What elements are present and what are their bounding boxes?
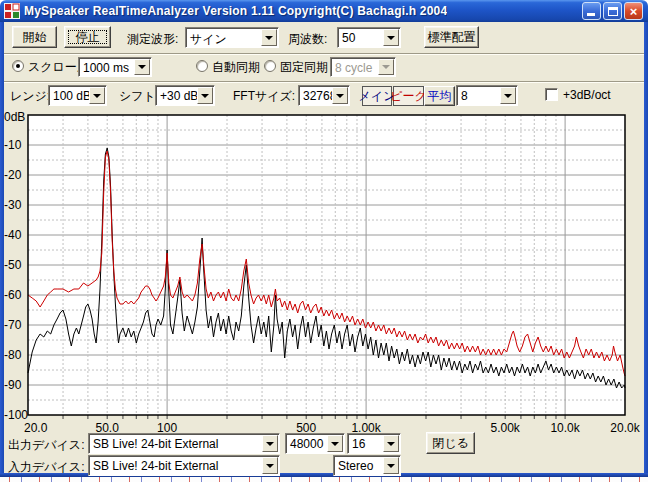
dropdown-button[interactable] <box>383 457 399 474</box>
bit-depth-value: 16 <box>352 437 365 451</box>
chevron-down-icon <box>387 464 395 468</box>
x-axis-label: 5.00k <box>491 421 521 433</box>
client-area: 開始 停止 測定波形: サイン 周波数: 50 標準配置 スクロール <box>4 22 644 473</box>
x-axis-label: 20.0k <box>610 421 640 433</box>
x-axis-label: 50.0 <box>96 421 120 433</box>
frequency-label: 周波数: <box>288 31 327 48</box>
y-axis-label: -100 <box>4 408 28 422</box>
titlebar: MySpeaker RealTimeAnalyzer Version 1.11 … <box>0 0 648 22</box>
dropdown-button[interactable] <box>262 435 278 452</box>
input-device-select[interactable]: SB Live! 24-bit External <box>88 455 280 476</box>
output-device-select[interactable]: SB Live! 24-bit External <box>88 433 280 454</box>
dropdown-button[interactable] <box>500 87 516 104</box>
dropdown-button <box>378 59 394 75</box>
range-label: レンジ: <box>10 88 50 105</box>
output-device-value: SB Live! 24-bit External <box>93 437 218 451</box>
desktop-strip <box>0 477 648 482</box>
channel-value: Stereo <box>338 459 373 473</box>
auto-sync-label: 自動同期 <box>212 59 260 76</box>
dropdown-button[interactable] <box>261 29 277 46</box>
fft-size-label: FFTサイズ: <box>233 88 295 105</box>
maximize-icon <box>608 7 618 16</box>
main-toggle[interactable]: メイン <box>362 86 392 106</box>
bit-depth-select[interactable]: 16 <box>347 433 401 454</box>
maximize-button[interactable] <box>603 2 622 20</box>
scroll-interval-value: 1000 ms <box>83 61 129 75</box>
range-select[interactable]: 100 dB <box>48 85 107 106</box>
x-axis-label: 100 <box>157 421 177 433</box>
shift-label: シフト: <box>119 88 159 105</box>
octave-label: +3dB/oct <box>563 88 611 102</box>
dropdown-button[interactable] <box>383 29 399 46</box>
auto-sync-radio[interactable] <box>196 60 208 72</box>
window-title: MySpeaker RealTimeAnalyzer Version 1.11 … <box>24 4 447 18</box>
window-border-right <box>644 22 648 473</box>
dropdown-button[interactable] <box>332 87 348 104</box>
shift-select[interactable]: +30 dB <box>155 85 215 106</box>
sample-rate-select[interactable]: 48000 <box>285 433 345 454</box>
chevron-down-icon <box>266 442 274 446</box>
waveform-select[interactable]: サイン <box>185 27 279 48</box>
y-axis-label: -10 <box>4 138 22 152</box>
screen: MySpeaker RealTimeAnalyzer Version 1.11 … <box>0 0 648 482</box>
minimize-icon <box>587 13 595 16</box>
chevron-down-icon <box>201 94 209 98</box>
dropdown-button[interactable] <box>327 435 343 452</box>
frequency-select[interactable]: 50 <box>337 27 401 48</box>
y-axis-label: -20 <box>4 168 22 182</box>
chevron-down-icon <box>265 36 273 40</box>
x-axis-label: 10.0k <box>550 421 580 433</box>
chevron-down-icon <box>382 65 390 69</box>
standard-layout-label: 標準配置 <box>428 29 476 46</box>
chevron-down-icon <box>331 442 339 446</box>
spectrum-chart: 0dB-10-20-30-40-50-60-70-80-90-10020.050… <box>4 110 644 433</box>
close-button[interactable]: 閉じる <box>426 432 475 454</box>
start-button[interactable]: 開始 <box>12 26 57 48</box>
fft-size-select[interactable]: 32768 <box>298 85 350 106</box>
x-axis-label: 1.00k <box>351 421 381 433</box>
average-toggle[interactable]: 平均 <box>424 86 455 106</box>
sample-rate-value: 48000 <box>290 437 323 451</box>
peak-toggle-label: ピーク <box>390 88 427 105</box>
app-window: MySpeaker RealTimeAnalyzer Version 1.11 … <box>0 0 648 477</box>
dropdown-button[interactable] <box>89 87 105 104</box>
separator <box>4 53 644 55</box>
chevron-down-icon <box>93 94 101 98</box>
average-count-select[interactable]: 8 <box>456 85 518 106</box>
stop-button[interactable]: 停止 <box>64 26 111 48</box>
scroll-interval-select[interactable]: 1000 ms <box>78 57 152 77</box>
dropdown-button[interactable] <box>262 457 278 474</box>
waveform-label: 測定波形: <box>127 31 178 48</box>
start-button-label: 開始 <box>23 29 47 46</box>
y-axis-label: -40 <box>4 228 22 242</box>
chevron-down-icon <box>504 94 512 98</box>
desktop-specks <box>0 477 648 482</box>
x-axis-label: 500 <box>296 421 316 433</box>
input-device-value: SB Live! 24-bit External <box>93 459 218 473</box>
shift-value: +30 dB <box>160 89 198 103</box>
y-axis-label: -80 <box>4 348 22 362</box>
frequency-value: 50 <box>342 31 355 45</box>
standard-layout-button[interactable]: 標準配置 <box>424 26 479 48</box>
minimize-button[interactable] <box>582 2 601 20</box>
peak-toggle[interactable]: ピーク <box>393 86 424 106</box>
x-axis-label: 20.0 <box>24 421 48 433</box>
close-window-button[interactable]: × <box>624 2 643 20</box>
range-value: 100 dB <box>53 89 91 103</box>
scroll-radio[interactable] <box>12 60 24 72</box>
waveform-value: サイン <box>190 31 227 48</box>
fixed-sync-radio[interactable] <box>264 60 276 72</box>
chevron-down-icon <box>138 65 146 69</box>
channel-select[interactable]: Stereo <box>333 455 401 476</box>
dropdown-button[interactable] <box>197 87 213 104</box>
focus-rect <box>68 30 107 44</box>
dropdown-button[interactable] <box>134 59 150 75</box>
octave-checkbox[interactable] <box>545 88 558 101</box>
app-icon <box>4 3 20 19</box>
y-axis-label: 0dB <box>4 110 25 124</box>
chevron-down-icon <box>387 36 395 40</box>
y-axis-label: -50 <box>4 258 22 272</box>
dropdown-button[interactable] <box>383 435 399 452</box>
separator <box>4 81 644 83</box>
close-icon: × <box>625 3 642 19</box>
